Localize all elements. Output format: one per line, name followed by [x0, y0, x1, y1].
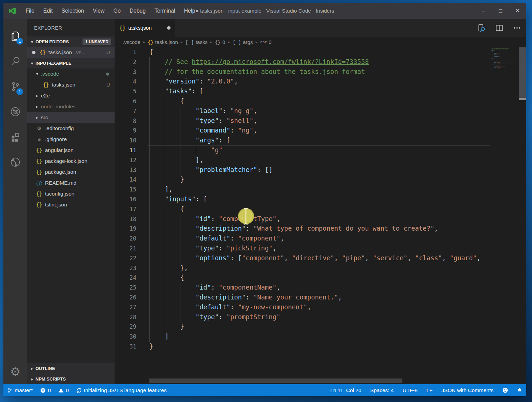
activity-debug-disabled-icon[interactable]	[3, 99, 27, 124]
status-json-with-comments[interactable]: JSON with Comments	[442, 387, 493, 393]
code-line-12[interactable]: ],	[149, 155, 490, 165]
status-lf[interactable]: LF	[426, 387, 432, 393]
status-spaces-4[interactable]: Spaces: 4	[370, 387, 394, 393]
activity-search-icon[interactable]	[3, 49, 27, 74]
code-line-21[interactable]: "type": "pickString",	[149, 244, 490, 253]
project-section-header[interactable]: ▾ INPUT-EXAMPLE	[27, 58, 115, 68]
code-line-1[interactable]: {	[149, 47, 490, 57]
activity-circle-fork-icon[interactable]	[3, 150, 27, 175]
code-line-13[interactable]: "problemMatcher": []	[149, 165, 490, 175]
close-button[interactable]: ✕	[509, 3, 526, 19]
activity-explorer-icon[interactable]: 1	[3, 24, 27, 49]
tree-item--editorconfig[interactable]: ⚙.editorconfig	[27, 123, 115, 134]
code-line-29[interactable]: }	[149, 322, 490, 332]
tree-item-e2e[interactable]: ▸e2e	[27, 90, 115, 101]
menu-terminal[interactable]: Terminal	[150, 3, 179, 19]
minimap[interactable]: {// See https://go.microsoft.com/fwlink/…	[490, 47, 519, 88]
status-ln-11-col-20[interactable]: Ln 11, Col 20	[330, 387, 361, 393]
find-in-file-icon[interactable]	[477, 23, 486, 32]
code-line-27[interactable]: "default": "my-new-component",	[149, 303, 490, 312]
status-git-branch[interactable]: master*	[8, 387, 33, 393]
code-line-14[interactable]: }	[149, 175, 490, 185]
code-line-5[interactable]: "tasks": [	[149, 87, 490, 96]
code-line-31[interactable]: }	[149, 342, 490, 352]
code-line-7[interactable]: "label": "ng g",	[149, 106, 490, 116]
tree-item-label: tslint.json	[45, 202, 67, 208]
code-line-6[interactable]: {	[149, 96, 490, 106]
code-line-19[interactable]: "description": "What type of component d…	[149, 224, 490, 234]
menu-view[interactable]: View	[88, 3, 109, 19]
tree-item-readme-md[interactable]: iREADME.md	[27, 177, 115, 188]
vertical-scrollbar[interactable]	[519, 47, 526, 384]
activity-source-control-icon[interactable]: 1	[3, 74, 27, 99]
tree-item--vscode[interactable]: ▾.vscode	[27, 68, 115, 79]
more-actions-icon[interactable]	[513, 24, 521, 32]
section-outline[interactable]: ▸OUTLINE	[27, 363, 115, 374]
status-smiley[interactable]	[502, 387, 508, 393]
vertical-scrollbar-thumb[interactable]	[519, 47, 526, 99]
status-sync[interactable]: Initializing JS/TS language features	[76, 387, 167, 393]
code-line-25[interactable]: "id": "componentName",	[149, 283, 490, 293]
menu-go[interactable]: Go	[109, 3, 125, 19]
code-line-20[interactable]: "default": "component",	[149, 234, 490, 244]
breadcrumb-item-args[interactable]: [ ]args	[233, 39, 253, 45]
code-line-24[interactable]: {	[149, 273, 490, 283]
menu-edit[interactable]: Edit	[39, 3, 57, 19]
menu-selection[interactable]: Selection	[57, 3, 88, 19]
code-line-8[interactable]: "type": "shell",	[149, 116, 490, 126]
code-line-2[interactable]: // See https://go.microsoft.com/fwlink/?…	[149, 57, 490, 67]
code-line-4[interactable]: "version": "2.0.0",	[149, 77, 490, 87]
status-warning[interactable]: 0	[58, 387, 69, 393]
minimize-button[interactable]: –	[475, 3, 492, 19]
menu-file[interactable]: File	[21, 3, 39, 19]
tab-tasks-json[interactable]: {} tasks.json	[115, 19, 175, 37]
open-editors-header[interactable]: ▾ OPEN EDITORS 1 UNSAVED	[27, 36, 115, 47]
breadcrumb-item-tasks-json[interactable]: {}tasks.json	[148, 39, 178, 45]
code-line-18[interactable]: "id": "componentType",	[149, 214, 490, 224]
code-line-3[interactable]: // for the documentation about the tasks…	[149, 67, 490, 77]
code-line-10[interactable]: "args": [	[149, 136, 490, 145]
dirty-indicator-icon[interactable]	[167, 26, 171, 30]
code-line-11[interactable]: "g"	[149, 145, 490, 155]
line-number: 26	[115, 293, 149, 303]
code-line-22[interactable]: "options": ["component", "directive", "p…	[149, 253, 490, 263]
tree-item--gitignore[interactable]: ◆.gitignore	[27, 134, 115, 145]
code-line-9[interactable]: "command": "ng",	[149, 126, 490, 136]
code-editor[interactable]: 1234567891011121314151617181920212223242…	[115, 47, 526, 384]
tab-bar: {} tasks.json	[115, 19, 526, 37]
tree-item-tasks-json[interactable]: {}tasks.jsonU	[27, 79, 115, 90]
code-line-15[interactable]: ],	[149, 185, 490, 195]
menu-debug[interactable]: Debug	[125, 3, 150, 19]
tree-item-src[interactable]: ▸src	[27, 112, 115, 123]
code-line-28[interactable]: "type": "promptString"	[149, 312, 490, 322]
line-number: 2	[115, 57, 149, 67]
code-line-17[interactable]: {	[149, 204, 490, 214]
breadcrumb-item--vscode[interactable]: .vscode	[123, 39, 141, 45]
open-editor-item[interactable]: {}tasks.json.vs...U	[27, 47, 115, 58]
code-line-16[interactable]: "inputs": [	[149, 195, 490, 204]
breadcrumb-item-0[interactable]: abc0	[260, 39, 271, 45]
code-line-30[interactable]: ]	[149, 332, 490, 342]
section-npm-scripts[interactable]: ▸NPM SCRIPTS	[27, 374, 115, 384]
tree-item-package-lock-json[interactable]: {}package-lock.json	[27, 156, 115, 167]
title-bar: FileEditSelectionViewGoDebugTerminalHelp…	[3, 3, 526, 19]
split-editor-icon[interactable]	[495, 24, 504, 32]
breadcrumb-item-tasks[interactable]: [ ]tasks	[185, 39, 207, 45]
status-error[interactable]: 0	[40, 387, 51, 393]
tree-item-tslint-json[interactable]: {}tslint.json	[27, 199, 115, 210]
tree-item-angular-json[interactable]: {}angular.json	[27, 145, 115, 156]
horizontal-scrollbar-thumb[interactable]	[149, 378, 402, 383]
settings-gear-icon[interactable]: ⚙	[3, 359, 27, 384]
tree-item-package-json[interactable]: {}package.json	[27, 167, 115, 177]
status-bell[interactable]	[517, 388, 522, 393]
breadcrumb-item-0[interactable]: {}0	[215, 39, 225, 45]
status-utf-8[interactable]: UTF-8	[403, 387, 418, 393]
breadcrumb-separator-icon: ▸	[228, 40, 230, 44]
tree-item-tsconfig-json[interactable]: {}tsconfig.json	[27, 188, 115, 199]
code-line-26[interactable]: "description": "Name your component.",	[149, 293, 490, 303]
activity-extensions-icon[interactable]	[3, 124, 27, 150]
maximize-button[interactable]: □	[492, 3, 509, 19]
line-number: 13	[115, 165, 149, 175]
code-line-23[interactable]: },	[149, 263, 490, 273]
tree-item-node-modules[interactable]: ▸node_modules	[27, 101, 115, 112]
